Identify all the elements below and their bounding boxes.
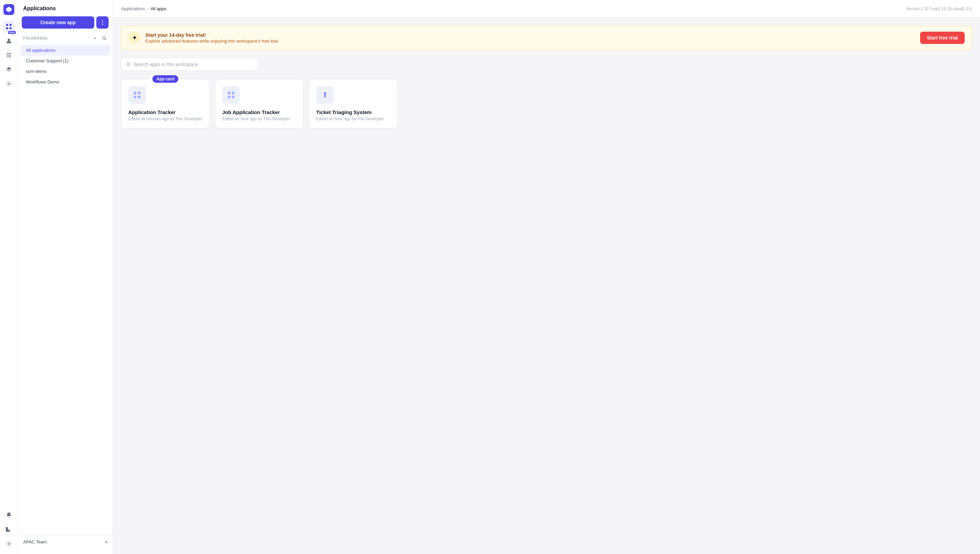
add-folder-button[interactable]: + — [91, 34, 99, 42]
workspace-chevron-icon: ▾ — [105, 540, 107, 544]
card-icon-area — [128, 86, 146, 104]
folders-actions: + — [91, 34, 108, 42]
folder-item[interactable]: Workflows Demo — [21, 77, 110, 87]
app-card-tooltip: App card — [153, 75, 178, 83]
app-card[interactable]: Job Application Tracker Edited an hour a… — [215, 79, 304, 128]
left-panel: Applications Create new app ⋮ FOLDERS(3)… — [18, 0, 113, 554]
trial-title: Start your 14-day free trial! — [145, 32, 915, 38]
nav-icon-settings-alt[interactable] — [3, 78, 15, 90]
panel-title: Applications — [18, 5, 113, 16]
top-bar: Applications › All apps Version 2.32.5-e… — [113, 0, 980, 18]
icon-sidebar: Beta — [0, 0, 18, 554]
app-logo[interactable] — [3, 4, 14, 15]
beta-badge: Beta — [8, 31, 15, 34]
nav-icon-person[interactable] — [3, 35, 15, 47]
trial-icon: ✦ — [128, 32, 140, 44]
folder-list: All applicationsCustomer Support (1)scm-… — [18, 45, 113, 87]
app-card-title: Job Application Tracker — [222, 109, 296, 115]
nav-icon-moon[interactable] — [3, 524, 15, 536]
nav-icon-layers[interactable] — [3, 63, 15, 76]
svg-rect-5 — [6, 53, 11, 54]
search-input[interactable] — [134, 62, 252, 67]
trial-text: Start your 14-day free trial! Explore ad… — [145, 32, 915, 43]
trial-subtitle: Explore advanced features while enjoying… — [145, 38, 915, 43]
version-text: Version 2.32.5-ee2.15.16-cloud2.3.6 — [906, 6, 972, 11]
app-card-subtitle: Edited an hour ago by The Developer — [222, 117, 296, 121]
breadcrumb: Applications › All apps — [121, 6, 166, 11]
create-btn-menu-button[interactable]: ⋮ — [96, 16, 108, 29]
svg-rect-6 — [6, 55, 11, 56]
folders-label: FOLDERS(3) — [23, 36, 48, 40]
app-card-subtitle: Edited 40 minutes ago by The Developer — [128, 117, 202, 121]
svg-point-10 — [103, 37, 105, 39]
workspace-name: APAC Team — [23, 540, 47, 544]
nav-icon-bell[interactable] — [3, 509, 15, 521]
breadcrumb-separator: › — [147, 6, 148, 11]
search-icon — [126, 62, 130, 67]
nav-icon-gear[interactable] — [3, 538, 15, 550]
trial-banner: ✦ Start your 14-day free trial! Explore … — [121, 26, 972, 50]
upload-icon: ⬆ — [322, 91, 328, 99]
app-card-title: Application Tracker — [128, 109, 202, 115]
breadcrumb-current: All apps — [150, 6, 166, 11]
search-folder-button[interactable] — [100, 34, 108, 42]
svg-point-11 — [127, 63, 130, 65]
create-new-app-button[interactable]: Create new app — [22, 16, 94, 29]
breadcrumb-root[interactable]: Applications — [121, 6, 145, 11]
card-icon-area — [222, 86, 240, 104]
folder-item[interactable]: scm-demo — [21, 66, 110, 77]
svg-point-9 — [8, 543, 10, 545]
app-card[interactable]: App card Application Tracker Edited 40 m… — [121, 79, 210, 128]
main-content: Applications › All apps Version 2.32.5-e… — [113, 0, 980, 554]
folder-item[interactable]: Customer Support (1) — [21, 56, 110, 66]
nav-icon-grid[interactable]: Beta — [3, 21, 15, 33]
svg-point-8 — [8, 83, 10, 85]
nav-icon-list[interactable] — [3, 49, 15, 61]
create-btn-row: Create new app ⋮ — [18, 16, 113, 34]
svg-rect-2 — [6, 27, 8, 29]
svg-rect-7 — [6, 56, 11, 57]
svg-rect-0 — [6, 24, 8, 26]
folders-header: FOLDERS(3) + — [18, 34, 113, 45]
start-free-trial-button[interactable]: Start free trial — [920, 32, 965, 44]
app-card-title: Ticket Triaging System — [316, 109, 390, 115]
search-bar[interactable] — [121, 58, 257, 71]
cards-grid: App card Application Tracker Edited 40 m… — [121, 79, 972, 128]
card-icon-dots — [134, 92, 140, 98]
app-card-subtitle: Edited an hour ago by The Developer — [316, 117, 390, 121]
folder-item[interactable]: All applications — [21, 45, 110, 56]
app-card[interactable]: ⬆ Ticket Triaging System Edited an hour … — [309, 79, 398, 128]
svg-rect-3 — [10, 27, 11, 29]
workspace-footer[interactable]: APAC Team ▾ — [18, 535, 113, 549]
svg-rect-1 — [10, 24, 11, 26]
content-area: ✦ Start your 14-day free trial! Explore … — [113, 18, 980, 554]
card-icon-area: ⬆ — [316, 86, 334, 104]
svg-point-4 — [8, 39, 10, 41]
card-icon-dots — [228, 92, 234, 98]
